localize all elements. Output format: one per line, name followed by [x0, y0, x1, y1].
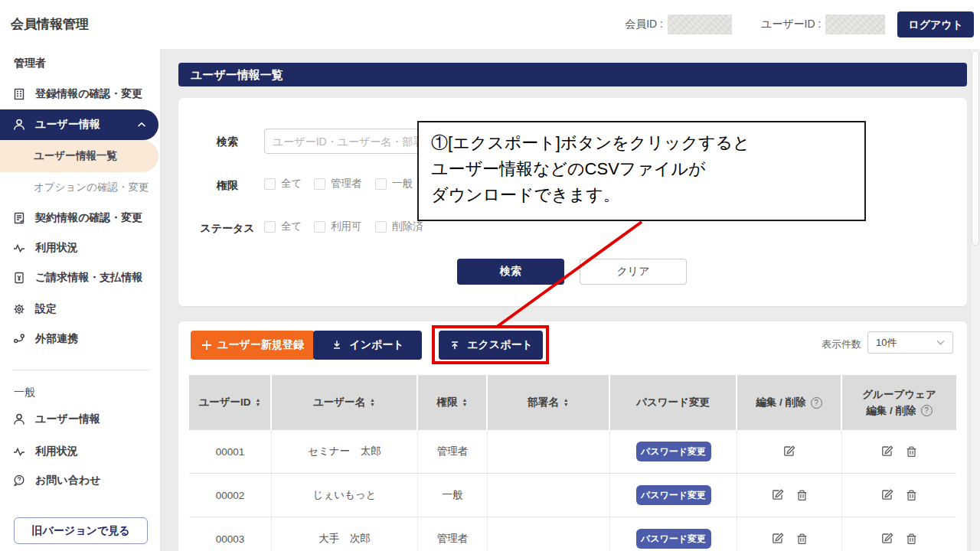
permission-label: 権限 — [194, 179, 261, 193]
groupware-delete-button[interactable] — [905, 489, 918, 502]
delete-button[interactable] — [795, 489, 808, 502]
upload-icon — [449, 339, 461, 351]
sidebar-item-label: ご請求情報・支払情報 — [35, 271, 142, 285]
new-user-button[interactable]: ユーザー新規登録 — [191, 331, 315, 360]
annotation-line: ダウンロードできます。 — [431, 182, 857, 208]
edit-icon — [880, 488, 894, 502]
checkbox-icon[interactable] — [375, 178, 387, 190]
permission-option-admin[interactable]: 管理者 — [314, 177, 375, 191]
cell-department — [488, 430, 610, 473]
sidebar-item-label: 利用状況 — [35, 241, 78, 255]
table-header-row: ユーザーID ユーザー名 権限 部署名 パスワード変更 編集 / 削除 グループ… — [189, 375, 956, 430]
permission-option-general[interactable]: 一般 — [375, 177, 413, 191]
logout-button[interactable]: ログアウト — [897, 11, 974, 37]
groupware-edit-button[interactable] — [880, 488, 894, 502]
table-row: 00003 大手 次郎 管理者 パスワード変更 — [189, 517, 956, 551]
page-size-select[interactable]: 10件 — [867, 331, 953, 354]
password-change-button[interactable]: パスワード変更 — [636, 529, 711, 549]
download-icon — [331, 339, 343, 351]
vertical-scrollbar — [970, 49, 980, 551]
col-header-user-name[interactable]: ユーザー名 — [272, 375, 418, 430]
old-version-button[interactable]: 旧バージョンで見る — [14, 517, 148, 544]
permission-option-all[interactable]: 全て — [264, 177, 314, 191]
help-icon[interactable] — [921, 405, 933, 416]
app-title: 会員情報管理 — [11, 15, 89, 33]
edit-icon — [880, 445, 894, 458]
page-size-label: 表示件数 — [822, 337, 861, 351]
export-button[interactable]: エクスポート — [439, 331, 543, 360]
sort-icon[interactable] — [462, 398, 468, 407]
import-button[interactable]: インポート — [313, 331, 422, 360]
status-option-deleted[interactable]: 削除済 — [375, 220, 423, 233]
cell-permission: 管理者 — [418, 430, 488, 473]
building-icon — [12, 87, 26, 101]
sidebar-item-contact[interactable]: お問い合わせ — [0, 465, 158, 496]
cell-user-name: 大手 次郎 — [272, 517, 418, 551]
scrollbar-thumb[interactable] — [972, 51, 979, 246]
sort-icon[interactable] — [370, 398, 375, 407]
clear-button[interactable]: クリア — [580, 259, 687, 285]
sidebar-item-usage-general[interactable]: 利用状況 — [0, 436, 158, 467]
edit-button[interactable] — [782, 445, 796, 458]
trash-icon — [905, 445, 918, 458]
sidebar-item-contract-info[interactable]: 契約情報の確認・変更 — [0, 203, 158, 233]
edit-button[interactable] — [771, 532, 785, 546]
page-title: ユーザー情報一覧 — [178, 63, 967, 86]
checkbox-icon[interactable] — [314, 178, 325, 190]
checkbox-icon[interactable] — [375, 221, 387, 233]
sidebar-item-external-integration[interactable]: 外部連携 — [0, 324, 158, 354]
sidebar-item-label: 利用状況 — [35, 445, 78, 458]
trash-icon — [905, 533, 918, 546]
sidebar-item-billing-info[interactable]: ご請求情報・支払情報 — [0, 262, 158, 293]
member-id-redacted-value — [668, 15, 732, 34]
sidebar-item-label: ユーザー情報 — [35, 118, 100, 132]
sidebar-item-user-info[interactable]: ユーザー情報 — [0, 109, 158, 140]
cell-user-name: じぇいもっと — [272, 474, 418, 517]
groupware-edit-button[interactable] — [880, 532, 894, 546]
keyword-label: 検索 — [194, 135, 261, 149]
password-change-button[interactable]: パスワード変更 — [636, 485, 711, 505]
groupware-delete-button[interactable] — [905, 533, 918, 546]
sidebar-subitem-user-list[interactable]: ユーザー情報一覧 — [0, 140, 158, 172]
person-icon — [12, 412, 26, 426]
sort-icon[interactable] — [256, 398, 261, 407]
edit-button[interactable] — [771, 488, 785, 502]
cell-permission: 管理者 — [418, 517, 488, 551]
checkbox-icon[interactable] — [264, 221, 276, 233]
trash-icon — [905, 489, 918, 502]
status-option-all[interactable]: 全て — [264, 220, 314, 233]
table-row: 00001 セミナー 太郎 管理者 パスワード変更 — [189, 430, 956, 474]
status-checkbox-group: 全て 利用可 削除済 — [264, 220, 423, 233]
col-header-department[interactable]: 部署名 — [488, 375, 610, 430]
sort-icon[interactable] — [564, 398, 569, 407]
gear-icon — [12, 302, 26, 316]
checkbox-icon[interactable] — [264, 178, 276, 190]
groupware-delete-button[interactable] — [905, 445, 918, 458]
sidebar-item-usage-admin[interactable]: 利用状況 — [0, 233, 158, 263]
user-id-label: ユーザーID : — [761, 18, 821, 31]
sidebar-item-user-info-general[interactable]: ユーザー情報 — [0, 404, 158, 435]
sidebar-item-registration-info[interactable]: 登録情報の確認・変更 — [0, 79, 158, 109]
groupware-edit-button[interactable] — [880, 445, 894, 458]
billing-icon — [12, 271, 26, 285]
pulse-icon — [12, 445, 26, 458]
col-header-edit-delete: 編集 / 削除 — [737, 375, 842, 430]
help-icon[interactable] — [811, 397, 822, 409]
delete-button[interactable] — [795, 533, 808, 546]
col-header-groupware: グループウェア 編集 / 削除 — [842, 375, 956, 430]
search-button[interactable]: 検索 — [457, 259, 564, 285]
chevron-down-icon — [936, 340, 945, 345]
chevron-up-icon — [137, 122, 146, 128]
plus-icon — [201, 340, 212, 350]
member-id-label: 会員ID : — [625, 18, 663, 31]
permission-checkbox-group: 全て 管理者 一般 — [264, 177, 413, 191]
col-header-user-id[interactable]: ユーザーID — [189, 375, 272, 430]
share-icon — [12, 332, 26, 346]
checkbox-icon[interactable] — [314, 221, 325, 233]
password-change-button[interactable]: パスワード変更 — [636, 442, 711, 461]
status-option-available[interactable]: 利用可 — [314, 220, 375, 233]
sidebar-item-settings[interactable]: 設定 — [0, 294, 158, 324]
col-header-permission[interactable]: 権限 — [418, 375, 488, 430]
edit-icon — [771, 488, 785, 502]
sidebar-subitem-options[interactable]: オプションの確認・変更 — [0, 172, 158, 203]
